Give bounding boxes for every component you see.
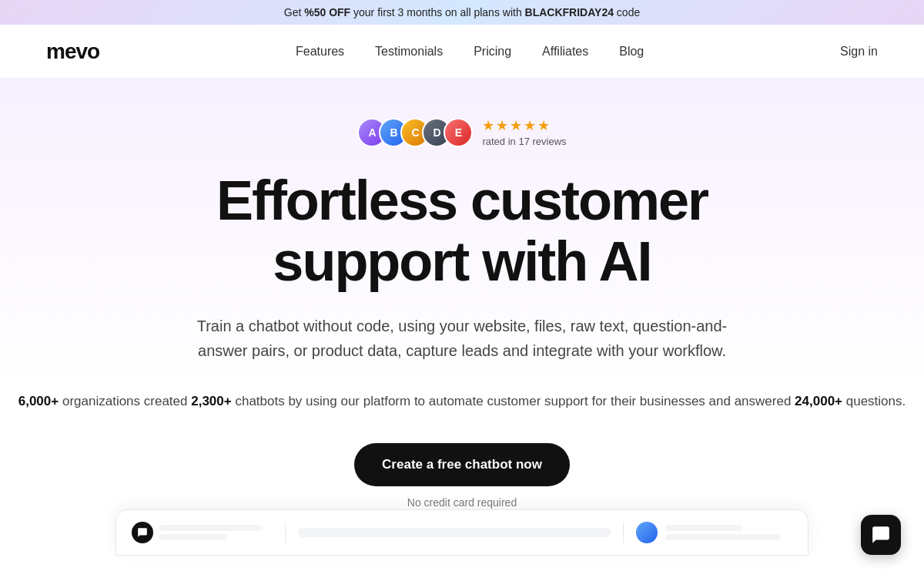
stat3-suffix: questions. [842,394,906,408]
banner-prefix: Get [284,6,304,18]
banner-discount: %50 OFF [304,6,350,18]
chat-line [159,525,261,531]
stat3-bold: 24,000+ [795,394,842,408]
chat-widget-button[interactable] [861,515,901,555]
signin-link[interactable]: Sign in [840,45,878,59]
nav-features[interactable]: Features [296,45,344,58]
stat2-text: chatbots by using our platform to automa… [232,394,795,408]
cta-button[interactable]: Create a free chatbot now [354,443,570,486]
logo[interactable]: mevo [46,39,99,64]
chat-bubble-icon [137,527,148,538]
banner-suffix: code [614,6,640,18]
no-credit-text: No credit card required [407,496,517,509]
chat-text-lines-right [665,525,792,540]
chat-icon [132,522,153,543]
chat-avatar [636,522,658,543]
chat-line [159,534,227,540]
chat-preview-left [132,522,286,543]
chat-line [665,534,780,540]
navbar: mevo Features Testimonials Pricing Affil… [0,25,924,79]
nav-blog[interactable]: Blog [619,45,644,58]
chat-line [665,525,742,531]
nav-testimonials[interactable]: Testimonials [375,45,443,58]
stat1-text: organizations created [59,394,191,408]
cta-container: Create a free chatbot now No credit card… [15,443,909,509]
hero-title: Effortless customer support with AI [15,170,909,292]
rating-text: rated in 17 reviews [482,136,566,147]
chat-widget-icon [871,525,891,545]
social-proof: A B C D E ★★★★★ rated in 17 reviews [15,117,909,147]
nav-links: Features Testimonials Pricing Affiliates… [296,45,644,59]
star-rating: ★★★★★ [482,117,551,134]
stat1-bold: 6,000+ [18,394,59,408]
chat-text-lines-left [159,525,273,540]
nav-affiliates[interactable]: Affiliates [542,45,588,58]
avatar-group: A B C D E [357,118,473,147]
nav-pricing[interactable]: Pricing [474,45,511,58]
banner-code: BLACKFRIDAY24 [525,6,614,18]
hero-subtitle: Train a chatbot without code, using your… [192,314,732,363]
chat-preview-bar [298,528,611,537]
chat-preview-right [623,522,792,543]
avatar: E [444,118,473,147]
stat2-bold: 2,300+ [191,394,231,408]
rating-info: ★★★★★ rated in 17 reviews [482,117,566,147]
promo-banner: Get %50 OFF your first 3 months on all p… [0,0,924,25]
chat-preview [116,509,808,556]
stats-line: 6,000+ organizations created 2,300+ chat… [15,391,909,412]
hero-section: A B C D E ★★★★★ rated in 17 reviews Effo… [0,79,924,578]
banner-middle: your first 3 months on all plans with [350,6,524,18]
hero-title-line1: Effortless customer [216,170,708,231]
hero-title-line2: support with AI [273,230,651,292]
